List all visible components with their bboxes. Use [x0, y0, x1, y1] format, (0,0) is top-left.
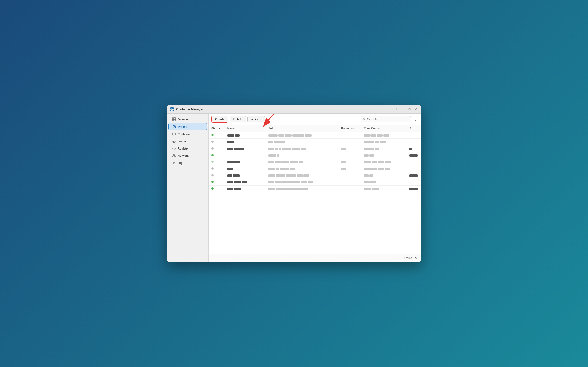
table-row[interactable]: [209, 152, 421, 159]
sidebar-item-overview[interactable]: Overview: [168, 116, 207, 123]
table-row[interactable]: [209, 166, 421, 172]
main-layout: Overview Project Container Image: [167, 114, 421, 262]
sidebar-item-network-label: Network: [178, 154, 189, 157]
status-indicator: [211, 187, 214, 190]
window-controls: ? – □ ✕: [394, 107, 418, 112]
sidebar-item-image-label: Image: [178, 140, 186, 143]
containers-cell: [338, 172, 361, 179]
time-cell: [361, 179, 407, 186]
create-button[interactable]: Create: [212, 116, 228, 122]
name-cell: [225, 172, 266, 179]
details-button[interactable]: Details: [230, 116, 246, 122]
titlebar: Container Manager ? – □ ✕: [167, 105, 421, 114]
table-row[interactable]: [209, 179, 421, 186]
refresh-button[interactable]: ↻: [414, 256, 417, 260]
svg-rect-6: [174, 119, 176, 121]
status-cell: [209, 139, 225, 145]
col-time-created: Time Created: [361, 125, 407, 132]
extra-cell: [407, 179, 421, 186]
table-row[interactable]: [209, 139, 421, 145]
svg-line-25: [365, 119, 366, 120]
time-cell: [361, 139, 407, 145]
svg-line-18: [173, 155, 174, 156]
close-button[interactable]: ✕: [414, 107, 418, 112]
path-cell: [266, 132, 338, 139]
path-cell: [266, 179, 338, 186]
extra-cell: [407, 186, 421, 192]
col-path: Path: [266, 125, 338, 132]
name-cell: [225, 159, 266, 166]
path-cell: [266, 145, 338, 152]
more-options-button[interactable]: ⋮: [413, 116, 418, 122]
table-row[interactable]: [209, 145, 421, 152]
network-icon: [172, 154, 176, 157]
status-indicator: [211, 147, 214, 150]
svg-line-19: [174, 155, 175, 156]
extra-cell: [407, 145, 421, 152]
sidebar-item-overview-label: Overview: [178, 118, 190, 121]
svg-rect-3: [172, 118, 174, 119]
help-button[interactable]: ?: [394, 107, 399, 112]
sidebar-item-container[interactable]: Container: [168, 131, 207, 138]
table-row[interactable]: [209, 132, 421, 139]
status-cell: [209, 172, 225, 179]
table-row[interactable]: [209, 186, 421, 192]
sidebar-item-registry[interactable]: Registry: [168, 145, 207, 152]
extra-cell: [407, 159, 421, 166]
path-cell: [266, 139, 338, 145]
sidebar-item-log[interactable]: Log: [168, 159, 207, 166]
path-cell: [266, 186, 338, 192]
search-input[interactable]: [367, 117, 409, 121]
maximize-button[interactable]: □: [407, 107, 412, 112]
containers-cell: [338, 145, 361, 152]
col-name: Name: [225, 125, 266, 132]
name-cell: [225, 145, 266, 152]
search-icon: [363, 118, 366, 121]
path-cell: [266, 172, 338, 179]
action-button[interactable]: Action ▾: [247, 116, 265, 122]
svg-point-17: [175, 156, 176, 157]
sidebar-item-network[interactable]: Network: [168, 152, 207, 159]
name-cell: [225, 132, 266, 139]
path-cell: [266, 166, 338, 172]
sidebar-item-project[interactable]: Project: [168, 123, 207, 130]
status-indicator: [211, 174, 214, 176]
time-cell: [361, 145, 407, 152]
app-window: Container Manager ? – □ ✕ Overview Proje…: [167, 105, 421, 262]
name-cell: [225, 179, 266, 186]
extra-cell: [407, 172, 421, 179]
svg-point-16: [172, 156, 173, 157]
svg-point-12: [172, 147, 175, 150]
app-icon: [170, 107, 174, 112]
status-cell: [209, 152, 225, 159]
table-row[interactable]: [209, 159, 421, 166]
minimize-button[interactable]: –: [401, 107, 405, 112]
status-cell: [209, 159, 225, 166]
status-indicator: [211, 141, 214, 143]
svg-point-2: [172, 109, 173, 110]
sidebar-item-image[interactable]: Image: [168, 138, 207, 145]
name-cell: [225, 139, 266, 145]
containers-cell: [338, 186, 361, 192]
app-title: Container Manager: [176, 108, 394, 111]
status-indicator: [211, 161, 214, 163]
containers-cell: [338, 179, 361, 186]
create-button-wrapper: Create: [211, 116, 229, 123]
status-cell: [209, 166, 225, 172]
grid-icon: [172, 117, 176, 121]
containers-cell: [338, 139, 361, 145]
project-icon: [172, 125, 176, 128]
path-cell: [266, 159, 338, 166]
sidebar-item-log-label: Log: [178, 161, 183, 165]
containers-cell: [338, 166, 361, 172]
name-cell: [225, 186, 266, 192]
svg-rect-5: [172, 119, 174, 121]
svg-point-15: [173, 154, 174, 155]
chevron-down-icon: ▾: [260, 117, 262, 121]
svg-point-24: [363, 118, 365, 120]
table-row[interactable]: [209, 172, 421, 179]
footer: 9 items ↻: [209, 254, 421, 262]
search-bar[interactable]: [360, 116, 411, 122]
name-cell: [225, 166, 266, 172]
image-icon: [172, 139, 176, 143]
